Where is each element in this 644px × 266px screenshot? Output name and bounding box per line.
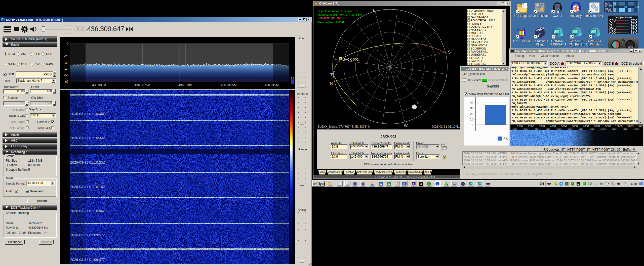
svg-text:436.315M: 436.315M xyxy=(265,83,279,87)
svg-text:13%: 13% xyxy=(627,45,633,48)
svg-text:436.3075M: 436.3075M xyxy=(135,83,150,87)
svg-text:-10: -10 xyxy=(64,48,69,52)
svg-text:40: 40 xyxy=(470,101,474,105)
svg-text:436.305M: 436.305M xyxy=(92,83,106,87)
svg-text:11000: 11000 xyxy=(626,125,634,128)
svg-text:20: 20 xyxy=(470,112,474,116)
svg-text:30: 30 xyxy=(470,107,474,110)
svg-text:2026-03-31 01:10:15Z: 2026-03-31 01:10:15Z xyxy=(70,185,105,189)
svg-text:-40: -40 xyxy=(64,67,69,71)
svg-text:2026-03-31 01:10:25Z: 2026-03-31 01:10:25Z xyxy=(70,160,105,164)
svg-text:X: X xyxy=(388,182,390,185)
svg-text:JACK-002: JACK-002 xyxy=(343,58,359,61)
svg-text:2000: 2000 xyxy=(528,125,534,128)
svg-text:4000: 4000 xyxy=(550,125,556,128)
svg-text:6000: 6000 xyxy=(572,125,578,128)
svg-text:W: W xyxy=(404,123,408,128)
svg-text:12000: 12000 xyxy=(637,125,643,128)
svg-text:10: 10 xyxy=(470,118,474,121)
svg-text:-60: -60 xyxy=(64,80,69,83)
svg-text:-20: -20 xyxy=(64,55,69,58)
svg-text:0: 0 xyxy=(472,123,473,127)
svg-text:-50: -50 xyxy=(64,74,69,77)
svg-text:436.310M: 436.310M xyxy=(178,83,192,87)
svg-text:8000: 8000 xyxy=(594,125,600,128)
svg-text:2026-03-31 01:10:06Z: 2026-03-31 01:10:06Z xyxy=(70,209,105,213)
svg-text:2026-03-31 01:09:47Z: 2026-03-31 01:09:47Z xyxy=(70,258,105,262)
svg-text:1000: 1000 xyxy=(517,125,523,128)
svg-text:5000: 5000 xyxy=(561,125,567,128)
svg-text:E: E xyxy=(373,8,376,13)
svg-text:∞: ∞ xyxy=(437,183,438,185)
svg-text:-30: -30 xyxy=(64,61,69,65)
svg-text:2026-03-31 01:10:34Z: 2026-03-31 01:10:34Z xyxy=(70,136,105,140)
svg-text:W: W xyxy=(380,182,382,185)
svg-text:7000: 7000 xyxy=(583,125,589,128)
svg-text:S: S xyxy=(448,50,451,54)
svg-text:436.3125M: 436.3125M xyxy=(221,83,237,87)
svg-text:9000: 9000 xyxy=(605,125,611,128)
svg-text:0: 0 xyxy=(67,42,68,46)
svg-text:2026-03-31 01:10:44Z: 2026-03-31 01:10:44Z xyxy=(70,112,105,116)
svg-text:3000: 3000 xyxy=(539,125,545,128)
svg-text:12: 12 xyxy=(291,77,294,80)
svg-text:10000: 10000 xyxy=(615,125,622,128)
svg-text:N: N xyxy=(330,81,333,86)
svg-text:2026-03-31 01:09:57Z: 2026-03-31 01:09:57Z xyxy=(70,233,105,237)
svg-text:CW: CW xyxy=(555,5,560,9)
svg-text:RX: RX xyxy=(503,137,508,141)
